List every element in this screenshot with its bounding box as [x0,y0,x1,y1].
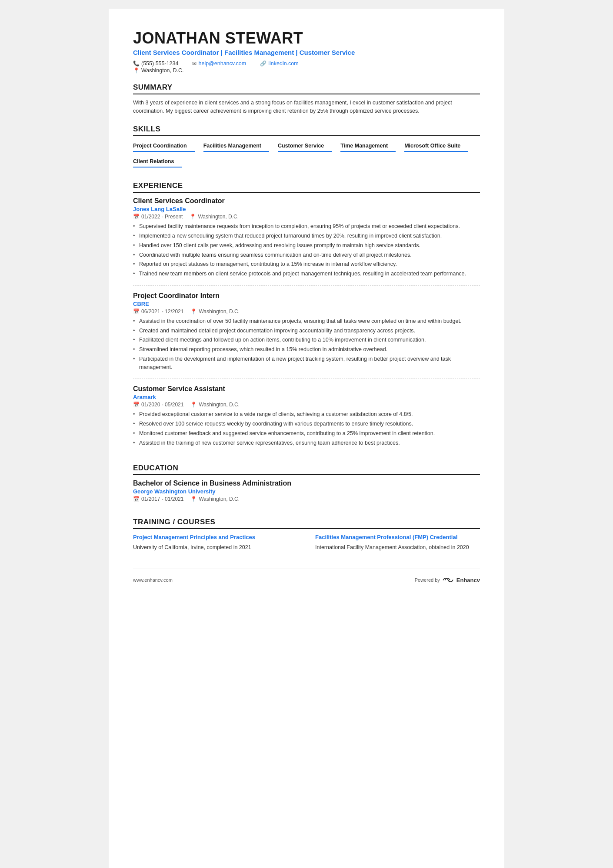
exp-dates-2: 📅 06/2021 - 12/2021 [133,308,183,315]
training-desc-1: University of California, Irvine, comple… [133,543,298,552]
linkedin-contact: 🔗 linkedin.com [260,60,298,67]
training-item-2: Facilities Management Professional (FMP)… [315,533,480,551]
bullet-2-1: Assisted in the coordination of over 50 … [133,317,480,325]
exp-bullets-2: Assisted in the coordination of over 50 … [133,317,480,372]
exp-location-3: 📍 Washington, D.C. [190,402,240,408]
enhancv-icon [443,576,455,584]
exp-location-2: 📍 Washington, D.C. [190,308,240,315]
edu-meta-1: 📅 01/2017 - 01/2021 📍 Washington, D.C. [133,496,480,502]
bullet-1-3: Handled over 150 client calls per week, … [133,241,480,250]
education-heading: EDUCATION [133,464,480,475]
email-contact: ✉ help@enhancv.com [192,60,246,67]
calendar-icon-edu: 📅 [133,496,140,502]
location-contact: 📍 Washington, D.C. [133,67,184,74]
contact-row-2: 📍 Washington, D.C. [133,67,480,74]
skill-facilities-management: Facilities Management [203,141,269,152]
calendar-icon-2: 📅 [133,308,140,315]
training-heading: TRAINING / COURSES [133,518,480,529]
candidate-title: Client Services Coordinator | Facilities… [133,49,480,56]
education-entry-1: Bachelor of Science in Business Administ… [133,479,480,508]
email-address: help@enhancv.com [198,60,246,67]
phone-icon: 📞 [133,60,140,67]
pin-icon-1: 📍 [190,214,196,220]
bullet-1-2: Implemented a new scheduling system that… [133,232,480,240]
skill-customer-service: Customer Service [278,141,332,152]
powered-by-label: Powered by [415,577,440,583]
bullet-3-4: Assisted in the training of new customer… [133,439,480,447]
enhancv-logo: Enhancv [443,576,480,584]
edu-location-1: 📍 Washington, D.C. [190,496,240,502]
exp-meta-3: 📅 01/2020 - 05/2021 📍 Washington, D.C. [133,402,480,408]
bullet-1-1: Supervised facility maintenance requests… [133,222,480,231]
resume-page: JONATHAN STEWART Client Services Coordin… [109,9,504,868]
bullet-1-6: Trained new team members on client servi… [133,270,480,278]
exp-dates-3: 📅 01/2020 - 05/2021 [133,402,183,408]
experience-section: EXPERIENCE Client Services Coordinator J… [133,181,480,454]
experience-entry-1: Client Services Coordinator Jones Lang L… [133,197,480,286]
email-icon: ✉ [192,60,197,67]
pin-icon-2: 📍 [190,308,197,315]
company-3: Aramark [133,394,480,400]
training-item-1: Project Management Principles and Practi… [133,533,298,551]
bullet-2-3: Facilitated client meetings and followed… [133,336,480,344]
candidate-name: JONATHAN STEWART [133,30,480,47]
location-text: Washington, D.C. [141,67,184,74]
calendar-icon-1: 📅 [133,214,140,220]
edu-dates-1: 📅 01/2017 - 01/2021 [133,496,183,502]
summary-text: With 3 years of experience in client ser… [133,99,480,116]
company-1: Jones Lang LaSalle [133,206,480,212]
experience-heading: EXPERIENCE [133,181,480,193]
bullet-1-4: Coordinated with multiple teams ensuring… [133,251,480,259]
phone-number: (555) 555-1234 [141,60,178,67]
header: JONATHAN STEWART Client Services Coordin… [133,30,480,74]
skill-project-coordination: Project Coordination [133,141,195,152]
phone-contact: 📞 (555) 555-1234 [133,60,178,67]
contact-row-1: 📞 (555) 555-1234 ✉ help@enhancv.com 🔗 li… [133,60,480,67]
enhancv-brand-name: Enhancv [456,577,480,583]
company-2: CBRE [133,301,480,307]
exp-meta-2: 📅 06/2021 - 12/2021 📍 Washington, D.C. [133,308,480,315]
training-title-2: Facilities Management Professional (FMP)… [315,533,480,541]
skill-time-management: Time Management [340,141,396,152]
summary-section: SUMMARY With 3 years of experience in cl… [133,83,480,116]
pin-icon-edu: 📍 [190,496,197,502]
exp-bullets-1: Supervised facility maintenance requests… [133,222,480,278]
training-section: TRAINING / COURSES Project Management Pr… [133,518,480,551]
training-grid: Project Management Principles and Practi… [133,533,480,551]
training-desc-2: International Facility Management Associ… [315,543,480,552]
job-title-3: Customer Service Assistant [133,385,480,393]
footer-powered-by: Powered by Enhancv [415,576,480,584]
bullet-2-2: Created and maintained detailed project … [133,327,480,335]
skills-heading: SKILLS [133,125,480,136]
experience-entry-3: Customer Service Assistant Aramark 📅 01/… [133,385,480,454]
calendar-icon-3: 📅 [133,402,140,408]
training-title-1: Project Management Principles and Practi… [133,533,298,541]
experience-entry-2: Project Coordinator Intern CBRE 📅 06/202… [133,292,480,379]
skill-microsoft-office: Microsoft Office Suite [404,141,468,152]
bullet-1-5: Reported on project statuses to manageme… [133,260,480,268]
summary-heading: SUMMARY [133,83,480,94]
location-icon: 📍 [133,67,140,74]
footer-url: www.enhancv.com [133,577,173,583]
edu-degree-1: Bachelor of Science in Business Administ… [133,479,480,487]
exp-bullets-3: Provided exceptional customer service to… [133,410,480,447]
link-icon: 🔗 [260,60,267,67]
pin-icon-3: 📍 [190,402,197,408]
bullet-3-2: Resolved over 100 service requests weekl… [133,420,480,428]
skills-grid: Project Coordination Facilities Manageme… [133,141,480,172]
linkedin-url: linkedin.com [268,60,298,67]
bullet-2-5: Participated in the development and impl… [133,355,480,372]
bullet-3-1: Provided exceptional customer service to… [133,410,480,419]
skill-client-relations: Client Relations [133,156,182,168]
education-section: EDUCATION Bachelor of Science in Busines… [133,464,480,508]
exp-dates-1: 📅 01/2022 - Present [133,214,183,220]
job-title-2: Project Coordinator Intern [133,292,480,300]
bullet-2-4: Streamlined internal reporting processes… [133,345,480,354]
exp-meta-1: 📅 01/2022 - Present 📍 Washington, D.C. [133,214,480,220]
job-title-1: Client Services Coordinator [133,197,480,205]
edu-school-1: George Washington University [133,488,480,495]
bullet-3-3: Monitored customer feedback and suggeste… [133,429,480,438]
footer: www.enhancv.com Powered by Enhancv [133,569,480,584]
skills-section: SKILLS Project Coordination Facilities M… [133,125,480,172]
exp-location-1: 📍 Washington, D.C. [190,214,239,220]
